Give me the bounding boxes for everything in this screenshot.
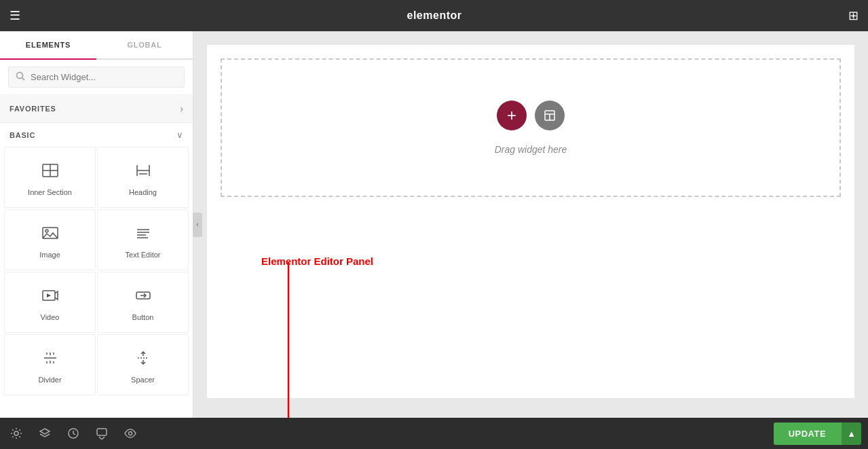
collapse-panel-toggle[interactable]: ‹ xyxy=(193,213,202,237)
text-editor-label: Text Editor xyxy=(126,251,161,259)
favorites-header[interactable]: FAVORITES › xyxy=(0,95,193,122)
image-label: Image xyxy=(39,251,60,259)
widget-heading[interactable]: Heading xyxy=(97,147,189,208)
comments-icon[interactable] xyxy=(92,424,111,443)
bottom-bar: UPDATE ▲ xyxy=(0,418,868,449)
widget-video[interactable]: Video xyxy=(4,272,96,333)
sidebar-panel: ELEMENTS GLOBAL FAVORITES › xyxy=(0,31,193,418)
svg-point-0 xyxy=(17,73,23,79)
eye-icon[interactable] xyxy=(121,424,140,443)
search-box xyxy=(0,60,193,95)
search-input-wrap xyxy=(8,67,185,88)
hamburger-menu-icon[interactable]: ☰ xyxy=(10,8,20,23)
canvas-area[interactable]: + Drag widget here xyxy=(193,31,868,418)
favorites-label: FAVORITES xyxy=(10,105,56,113)
widget-image[interactable]: Image xyxy=(4,209,96,270)
svg-point-33 xyxy=(14,431,18,435)
search-input[interactable] xyxy=(31,72,177,82)
widget-divider[interactable]: Divider xyxy=(4,334,96,395)
widget-list: FAVORITES › BASIC ∨ xyxy=(0,95,193,418)
video-label: Video xyxy=(41,313,60,321)
inner-section-icon xyxy=(41,161,60,183)
text-editor-icon xyxy=(134,223,153,245)
svg-rect-36 xyxy=(97,429,107,435)
drop-zone: + Drag widget here xyxy=(221,58,841,197)
svg-point-10 xyxy=(45,230,48,232)
favorites-section: FAVORITES › xyxy=(0,95,193,123)
favorites-chevron-icon: › xyxy=(180,103,183,114)
update-arrow-button[interactable]: ▲ xyxy=(841,423,861,445)
update-button-wrap: UPDATE ▲ xyxy=(774,423,861,445)
basic-section: BASIC ∨ Inner Section xyxy=(0,123,193,397)
divider-icon xyxy=(41,348,60,370)
svg-marker-34 xyxy=(40,429,50,434)
spacer-label: Spacer xyxy=(131,376,155,384)
page-canvas: + Drag widget here xyxy=(207,45,854,398)
tab-elements[interactable]: ELEMENTS xyxy=(0,31,96,58)
update-button[interactable]: UPDATE xyxy=(774,423,841,445)
main-layout: ELEMENTS GLOBAL FAVORITES › xyxy=(0,31,868,418)
image-icon xyxy=(41,223,60,245)
drop-zone-buttons: + xyxy=(497,101,565,130)
heading-icon xyxy=(134,161,153,183)
grid-icon[interactable]: ⊞ xyxy=(848,8,858,23)
button-label: Button xyxy=(132,313,154,321)
widget-button[interactable]: Button xyxy=(97,272,189,333)
video-icon xyxy=(41,286,60,308)
sidebar-tabs: ELEMENTS GLOBAL xyxy=(0,31,193,60)
svg-marker-16 xyxy=(47,293,51,298)
layers-icon[interactable] xyxy=(35,424,54,443)
widget-spacer[interactable]: Spacer xyxy=(97,334,189,395)
tab-global[interactable]: GLOBAL xyxy=(96,31,193,58)
divider-label: Divider xyxy=(38,376,61,384)
basic-label: BASIC xyxy=(10,131,35,139)
add-template-button[interactable] xyxy=(535,101,565,130)
add-section-button[interactable]: + xyxy=(497,101,527,130)
svg-point-37 xyxy=(129,432,132,435)
spacer-icon xyxy=(134,348,153,370)
button-icon xyxy=(134,286,153,308)
widget-inner-section[interactable]: Inner Section xyxy=(4,147,96,208)
elementor-logo: elementor xyxy=(407,10,462,22)
elementor-header: ☰ elementor ⊞ xyxy=(0,0,868,31)
drop-text: Drag widget here xyxy=(495,144,567,155)
settings-icon[interactable] xyxy=(7,424,26,443)
bottom-icons xyxy=(7,424,140,443)
heading-label: Heading xyxy=(129,188,157,196)
widget-grid: Inner Section Heading xyxy=(0,145,193,397)
search-icon xyxy=(16,71,25,83)
widget-text-editor[interactable]: Text Editor xyxy=(97,209,189,270)
basic-header[interactable]: BASIC ∨ xyxy=(0,123,193,145)
inner-section-label: Inner Section xyxy=(28,188,72,196)
history-icon[interactable] xyxy=(64,424,83,443)
annotation-label: Elementor Editor Panel xyxy=(261,255,373,267)
basic-chevron-icon: ∨ xyxy=(176,130,183,140)
svg-line-1 xyxy=(22,78,25,81)
